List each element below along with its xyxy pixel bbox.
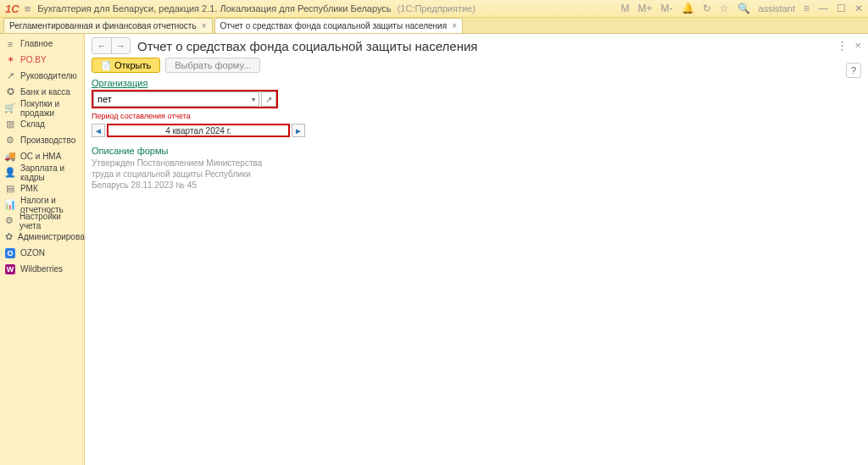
organization-label[interactable]: Организация — [92, 78, 147, 88]
склад-icon: ▥ — [5, 119, 15, 130]
sidebar-item-label: Покупки и продажи — [20, 99, 79, 118]
sidebar-item-po.by[interactable]: ✶PO.BY — [0, 52, 84, 68]
sidebar-item-label: Производство — [20, 136, 75, 145]
рмк-icon: ▤ — [5, 184, 15, 194]
search-icon[interactable]: 🔍 — [737, 3, 750, 14]
производство-icon: ⚙ — [5, 136, 15, 146]
ozon-icon: O — [5, 248, 15, 258]
tab-label: Отчет о средствах фонда социальной защит… — [220, 21, 448, 30]
tab-close-icon[interactable]: × — [202, 21, 207, 30]
content-area: ← → Отчет о средствах фонда социальной з… — [85, 34, 868, 465]
main-menu-icon[interactable]: ≡ — [25, 3, 31, 15]
настройки-учета-icon: ⚙ — [5, 216, 14, 226]
tab-bar: Регламентированная и финансовая отчетнос… — [0, 18, 868, 34]
settings-icon[interactable]: ≡ — [804, 3, 810, 14]
sidebar-item-label: РМК — [20, 184, 38, 193]
close-icon[interactable]: ✕ — [854, 3, 863, 14]
sidebar-item-label: Зарплата и кадры — [20, 163, 79, 182]
администрирование-icon: ✿ — [5, 232, 13, 242]
period-value[interactable]: 4 квартал 2024 г. — [107, 124, 290, 137]
sidebar-item-администрирование[interactable]: ✿Администрирование — [0, 229, 84, 245]
close-panel-icon[interactable]: × — [854, 39, 861, 52]
page-title: Отчет о средствах фонда социальной защит… — [137, 39, 477, 53]
sidebar-item-склад[interactable]: ▥Склад — [0, 116, 84, 132]
sidebar-item-производство[interactable]: ⚙Производство — [0, 132, 84, 148]
titlebar-right: M M+ M- 🔔 ↻ ☆ 🔍 assistant ≡ — ☐ ✕ — [621, 3, 863, 14]
sidebar-item-label: PO.BY — [20, 55, 47, 64]
tab-reglament[interactable]: Регламентированная и финансовая отчетнос… — [3, 18, 213, 33]
period-selector: ◄ 4 квартал 2024 г. ► — [92, 122, 305, 139]
руководителю-icon: ↗ — [5, 71, 15, 81]
help-button[interactable]: ? — [846, 63, 861, 78]
sidebar-item-label: Главное — [20, 39, 53, 48]
sidebar-item-руководителю[interactable]: ↗Руководителю — [0, 68, 84, 84]
organization-dropdown-icon[interactable]: ▾ — [248, 91, 259, 107]
sidebar-item-ozon[interactable]: OOZON — [0, 245, 84, 261]
titlebar: 1C ≡ Бухгалтерия для Беларуси, редакция … — [0, 0, 868, 18]
sidebar-item-зарплата-и-кадры[interactable]: 👤Зарплата и кадры — [0, 164, 84, 180]
maximize-icon[interactable]: ☐ — [837, 3, 846, 14]
app-logo-icon: 1C — [5, 3, 19, 15]
calc-mminus-icon[interactable]: M- — [661, 3, 673, 14]
toolbar: Открыть Выбрать форму... — [85, 58, 868, 78]
wildberries-icon: W — [5, 264, 15, 274]
sidebar-item-налоги-и-отчетность[interactable]: 📊Налоги и отчетность — [0, 197, 84, 213]
зарплата-и-кадры-icon: 👤 — [5, 168, 15, 178]
period-next-button[interactable]: ► — [292, 124, 305, 137]
sidebar-item-label: ОС и НМА — [20, 152, 61, 161]
банк-и-касса-icon: ✪ — [5, 87, 15, 97]
nav-forward-button[interactable]: → — [111, 38, 130, 53]
главное-icon: ≡ — [5, 39, 15, 49]
organization-field-group: ▾ ↗ — [92, 90, 278, 108]
sidebar-item-рмк[interactable]: ▤РМК — [0, 180, 84, 197]
po.by-icon: ✶ — [5, 55, 15, 65]
sidebar-item-label: Склад — [20, 119, 45, 129]
sidebar-item-label: Настройки учета — [19, 212, 79, 230]
ос-и-нма-icon: 🚚 — [5, 152, 15, 162]
nav-back-button[interactable]: ← — [92, 38, 111, 53]
open-button[interactable]: Открыть — [92, 58, 160, 73]
sidebar-item-label: Руководителю — [20, 71, 77, 80]
history-icon[interactable]: ↻ — [703, 3, 711, 14]
bell-icon[interactable]: 🔔 — [682, 3, 694, 14]
star-icon[interactable]: ☆ — [720, 3, 729, 14]
description-body: Утвержден Постановлением Министерства тр… — [92, 158, 278, 191]
sidebar-item-настройки-учета[interactable]: ⚙Настройки учета — [0, 213, 84, 229]
sidebar-item-label: Wildberries — [20, 264, 63, 274]
sidebar-item-label: OZON — [20, 248, 45, 257]
sidebar-item-банк-и-касса[interactable]: ✪Банк и касса — [0, 84, 84, 100]
sidebar-item-label: Банк и касса — [20, 87, 70, 97]
period-prev-button[interactable]: ◄ — [92, 124, 105, 137]
tab-report[interactable]: Отчет о средствах фонда социальной защит… — [214, 18, 463, 33]
description-heading: Описание формы — [92, 146, 861, 156]
sidebar-item-ос-и-нма[interactable]: 🚚ОС и НМА — [0, 148, 84, 164]
calc-mplus-icon[interactable]: M+ — [638, 3, 653, 14]
minimize-icon[interactable]: — — [818, 3, 828, 14]
nav-buttons: ← → — [92, 37, 131, 54]
organization-open-icon[interactable]: ↗ — [261, 91, 276, 107]
tab-label: Регламентированная и финансовая отчетнос… — [9, 21, 197, 30]
user-label[interactable]: assistant — [759, 3, 795, 14]
period-label: Период составления отчета — [92, 112, 861, 120]
налоги-и-отчетность-icon: 📊 — [5, 200, 15, 210]
sidebar: ≡Главное✶PO.BY↗Руководителю✪Банк и касса… — [0, 34, 85, 465]
more-icon[interactable]: ⋮ — [837, 39, 848, 52]
sidebar-item-покупки-и-продажи[interactable]: 🛒Покупки и продажи — [0, 100, 84, 116]
tab-close-icon[interactable]: × — [452, 21, 457, 30]
sidebar-item-wildberries[interactable]: WWildberries — [0, 261, 84, 277]
calc-m-icon[interactable]: M — [621, 3, 630, 14]
organization-input[interactable] — [93, 91, 248, 107]
sidebar-item-главное[interactable]: ≡Главное — [0, 36, 84, 52]
покупки-и-продажи-icon: 🛒 — [5, 103, 15, 113]
select-form-button[interactable]: Выбрать форму... — [165, 58, 260, 73]
app-title: Бухгалтерия для Беларуси, редакция 2.1. … — [37, 3, 620, 14]
